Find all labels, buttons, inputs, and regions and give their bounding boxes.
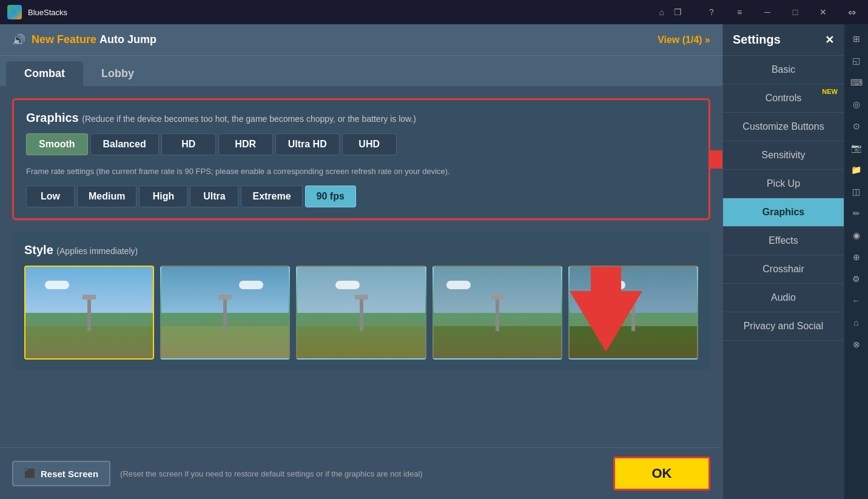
style-thumb-5[interactable] <box>568 266 698 360</box>
expand-icon[interactable]: ⇔ <box>843 7 861 18</box>
graphics-title: Graphics (Reduce if the device becomes t… <box>26 111 696 125</box>
style-title: Style (Applies immediately) <box>24 243 698 257</box>
style-thumb-4[interactable] <box>432 266 562 360</box>
maximize-button[interactable]: □ <box>781 0 809 24</box>
minimize-button[interactable]: ─ <box>753 0 781 24</box>
controls-label: Controls <box>765 93 802 103</box>
sidebar-item-pick-up[interactable]: Pick Up <box>723 170 844 198</box>
style-section: Style (Applies immediately) <box>12 232 710 370</box>
rail-icon-4[interactable]: ◎ <box>847 95 866 114</box>
feature-text: New Feature Auto Jump <box>32 33 156 46</box>
main-layout: 🔊 New Feature Auto Jump View (1/4) » Com… <box>0 24 868 499</box>
fps-hint: Frame rate settings (the current frame r… <box>26 166 696 177</box>
sidebar-item-customize-buttons[interactable]: Customize Buttons <box>723 113 844 141</box>
fps-buttons-group: Low Medium High Ultra Extreme 90 fps <box>26 186 696 207</box>
quality-ultrahd[interactable]: Ultra HD <box>275 133 340 155</box>
titlebar: BlueStacks ⌂ ❐ ? ≡ ─ □ ✕ ⇔ <box>0 0 868 24</box>
ground-3 <box>297 326 425 358</box>
sensitivity-label: Sensitivity <box>761 150 805 160</box>
fps-medium[interactable]: Medium <box>77 186 136 207</box>
rail-icon-11[interactable]: ⊕ <box>847 247 866 267</box>
new-badge: NEW <box>822 88 838 95</box>
feature-banner: 🔊 New Feature Auto Jump View (1/4) » <box>0 24 722 56</box>
tower-4 <box>496 295 499 331</box>
tower-3 <box>360 295 363 331</box>
sidebar-item-audio[interactable]: Audio <box>723 284 844 312</box>
sidebar-item-crosshair[interactable]: Crosshair <box>723 255 844 284</box>
style-thumbnails <box>24 266 698 360</box>
tower-5 <box>631 295 635 331</box>
close-button[interactable]: ✕ <box>809 0 837 24</box>
main-content: Graphics (Reduce if the device becomes t… <box>0 86 722 447</box>
fps-90[interactable]: 90 fps <box>305 186 356 207</box>
rail-icon-8[interactable]: ◫ <box>847 182 866 201</box>
basic-label: Basic <box>772 64 795 75</box>
sidebar-title: Settings <box>733 33 781 47</box>
style-hint: (Applies immediately) <box>56 246 138 256</box>
titlebar-controls: ? ≡ ─ □ ✕ <box>698 0 837 24</box>
home-icon[interactable]: ⌂ <box>659 7 664 17</box>
quality-smooth[interactable]: Smooth <box>26 133 88 155</box>
reset-screen-button[interactable]: ⬛ Reset Screen <box>12 461 110 486</box>
ground-2 <box>161 326 289 358</box>
style-thumb-3[interactable] <box>296 266 426 360</box>
menu-button[interactable]: ≡ <box>725 0 753 24</box>
content-area: 🔊 New Feature Auto Jump View (1/4) » Com… <box>0 24 722 499</box>
fps-extreme[interactable]: Extreme <box>241 186 302 207</box>
sidebar-item-effects[interactable]: Effects <box>723 227 844 255</box>
cloud-5 <box>601 281 625 289</box>
bottom-bar: ⬛ Reset Screen (Reset the screen if you … <box>0 447 722 499</box>
ground-4 <box>434 326 561 358</box>
rail-icon-1[interactable]: ⊞ <box>847 29 866 49</box>
effects-label: Effects <box>769 235 798 246</box>
tab-lobby[interactable]: Lobby <box>83 61 152 86</box>
fps-ultra[interactable]: Ultra <box>190 186 238 207</box>
ok-button[interactable]: OK <box>613 457 710 491</box>
sidebar-close-button[interactable]: ✕ <box>825 33 834 47</box>
sidebar-item-sensitivity[interactable]: Sensitivity <box>723 141 844 170</box>
quality-hdr[interactable]: HDR <box>218 133 273 155</box>
sidebar-item-graphics[interactable]: Graphics <box>723 198 844 227</box>
crosshair-label: Crosshair <box>762 264 804 274</box>
rail-icon-5[interactable]: ⊙ <box>847 116 866 136</box>
rail-icon-9[interactable]: ✏ <box>847 204 866 223</box>
reset-screen-label: Reset Screen <box>41 469 98 479</box>
style-thumb-1[interactable] <box>24 266 154 360</box>
sidebar-item-privacy-social[interactable]: Privacy and Social <box>723 312 844 341</box>
rail-icon-10[interactable]: ◉ <box>847 226 866 245</box>
style-thumb-2[interactable] <box>160 266 290 360</box>
sidebar-item-basic[interactable]: Basic <box>723 56 844 84</box>
rail-icon-13[interactable]: ← <box>847 291 866 310</box>
reset-screen-icon: ⬛ <box>24 468 36 479</box>
tabs-bar: Combat Lobby <box>0 56 722 86</box>
tab-combat[interactable]: Combat <box>6 61 83 86</box>
rail-icon-7[interactable]: 📁 <box>847 160 866 179</box>
rail-icon-6[interactable]: 📷 <box>847 138 866 158</box>
audio-label: Audio <box>771 292 796 303</box>
rail-icon-15[interactable]: ⊗ <box>847 335 866 354</box>
help-button[interactable]: ? <box>698 0 725 24</box>
customize-buttons-label: Customize Buttons <box>742 121 824 132</box>
rail-icon-3[interactable]: ⌨ <box>847 73 866 92</box>
right-arrow-annotation <box>708 123 722 196</box>
ground-1 <box>25 326 153 358</box>
rail-icon-14[interactable]: ⌂ <box>847 313 866 332</box>
graphics-section: Graphics (Reduce if the device becomes t… <box>12 98 710 220</box>
cloud-3 <box>335 281 360 289</box>
pick-up-label: Pick Up <box>767 178 800 189</box>
cloud-2 <box>239 281 263 289</box>
sidebar-item-controls[interactable]: Controls NEW <box>723 84 844 113</box>
quality-hd[interactable]: HD <box>161 133 216 155</box>
rail-icon-12[interactable]: ⚙ <box>847 269 866 289</box>
quality-balanced[interactable]: Balanced <box>90 133 159 155</box>
fps-high[interactable]: High <box>139 186 187 207</box>
rail-icon-2[interactable]: ◱ <box>847 51 866 70</box>
privacy-social-label: Privacy and Social <box>744 321 824 331</box>
view-link[interactable]: View (1/4) » <box>658 35 710 45</box>
graphics-nav-label: Graphics <box>762 207 804 217</box>
tower-1 <box>87 295 91 331</box>
app-logo <box>7 5 22 19</box>
fps-low[interactable]: Low <box>26 186 75 207</box>
quality-uhd[interactable]: UHD <box>342 133 397 155</box>
copy-icon[interactable]: ❐ <box>674 7 682 17</box>
